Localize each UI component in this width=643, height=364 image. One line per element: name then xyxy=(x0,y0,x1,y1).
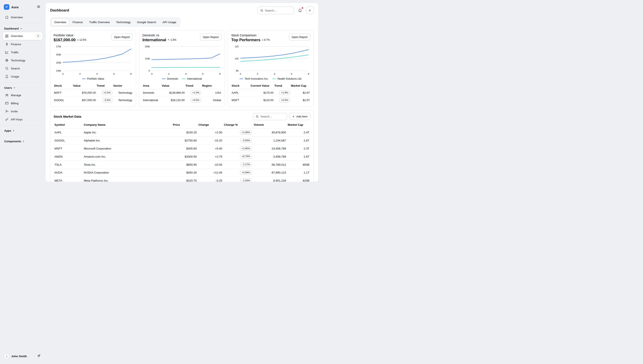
card-table-header: Value xyxy=(161,82,185,89)
open-report-button[interactable]: Open Report xyxy=(200,34,221,40)
table-cell: 820B xyxy=(287,177,310,182)
table-row: TSLATesla Inc.$850.90-10.50-1.17%56,789,… xyxy=(54,160,310,168)
card-table-row: GOOGL$37,000.00-0.5%Technology xyxy=(54,96,133,104)
tab-google-search[interactable]: Google Search xyxy=(134,19,159,26)
svg-text:160k: 160k xyxy=(56,53,61,56)
card-headline: $167,000.00 ▲ 12.5% xyxy=(54,38,86,42)
table-header: Price xyxy=(172,121,197,129)
trend-pill: +1.0% xyxy=(190,91,201,95)
card-value: International xyxy=(142,38,166,42)
card-table-cell: -0.5% xyxy=(96,96,113,104)
sidebar-section-components[interactable]: Components xyxy=(3,138,43,144)
overview-count-badge: 2 xyxy=(36,34,40,38)
divider xyxy=(3,125,42,126)
table-cell: $450.30 xyxy=(172,168,197,177)
table-cell: 45,678,900 xyxy=(253,128,287,136)
tab-technology[interactable]: Technology xyxy=(113,19,134,26)
table-cell: 850B xyxy=(287,160,310,168)
sidebar-item-label: Invite xyxy=(11,110,18,113)
legend-item: Portfolio Value xyxy=(82,77,104,80)
table-cell: 1.1T xyxy=(287,168,310,177)
open-report-button[interactable]: Open Report xyxy=(289,34,310,40)
card-table-header: Market Cap xyxy=(290,82,310,89)
tab-overview[interactable]: Overview xyxy=(51,19,69,26)
change-pct-pill: +0.79% xyxy=(240,154,252,159)
card-header: Stock Comparison Top Performers ▲ 8.7% O… xyxy=(231,34,310,42)
table-header: Company Name xyxy=(83,121,172,129)
sidebar-item-traffic[interactable]: Traffic xyxy=(3,48,43,56)
table-cell: 56,789,012 xyxy=(253,160,287,168)
portfolio-line-chart: 140k150k160k170k02468 xyxy=(54,44,133,76)
sidebar-item-finance[interactable]: Finance xyxy=(3,40,43,48)
table-cell: Meta Platforms Inc. xyxy=(83,177,172,182)
card-table-header: Trend xyxy=(96,82,113,89)
legend-swatch-icon xyxy=(182,78,186,79)
sidebar-item-label: Billing xyxy=(11,102,19,105)
card-header: Portfolio Value $167,000.00 ▲ 12.5% Open… xyxy=(54,34,133,42)
tab-finance[interactable]: Finance xyxy=(70,19,86,26)
table-cell: 3,456,789 xyxy=(253,152,287,160)
sidebar-item-search[interactable]: Search xyxy=(3,64,43,72)
sidebar-section-users[interactable]: Users xyxy=(3,84,43,91)
sidebar-section-apps[interactable]: Apps xyxy=(3,128,43,134)
sidebar-item-api-keys[interactable]: API Keys xyxy=(3,115,43,124)
legend-swatch-icon xyxy=(240,78,243,79)
add-item-button[interactable]: Add Item xyxy=(289,113,310,120)
svg-text:4: 4 xyxy=(96,73,98,75)
trend-arrow-icon: ▲ xyxy=(77,39,79,41)
sidebar-item-manage[interactable]: Manage xyxy=(3,91,43,99)
sidebar-item-billing[interactable]: Billing xyxy=(3,99,43,107)
table-cell: Alphabet Inc. xyxy=(83,136,172,144)
table-cell: -1.17% xyxy=(223,160,253,168)
brand-name: Aura xyxy=(11,5,19,9)
trend-pill: -0.5% xyxy=(102,98,112,102)
svg-text:2: 2 xyxy=(79,73,81,75)
user-plus-icon xyxy=(5,109,9,113)
card-table-header: Region xyxy=(201,82,221,89)
svg-text:100k: 100k xyxy=(145,57,150,60)
sidebar-item-technology[interactable]: Technology xyxy=(3,56,43,64)
search-input[interactable] xyxy=(265,9,292,12)
tab-traffic-overview[interactable]: Traffic Overview xyxy=(86,19,113,26)
card-table-header: Trend xyxy=(185,82,201,89)
trend-value: 12.5% xyxy=(79,38,86,42)
table-title: Stock Market Data xyxy=(54,115,81,118)
card-table-row: International$28,120.00+0.5%Global xyxy=(142,96,222,104)
table-cell: 8,901,234 xyxy=(253,177,287,182)
svg-text:8: 8 xyxy=(219,73,221,75)
sidebar-item-overview-top[interactable]: Overview xyxy=(3,13,43,21)
sidebar-collapse-button[interactable] xyxy=(36,4,42,10)
notification-dot xyxy=(302,7,303,9)
sidebar-item-invite[interactable]: Invite xyxy=(3,107,43,115)
table-search xyxy=(253,113,287,120)
notifications-button[interactable] xyxy=(297,7,303,14)
open-report-button[interactable]: Open Report xyxy=(111,34,132,40)
sidebar-section-dashboard[interactable]: Dashboard xyxy=(3,25,43,32)
search-icon xyxy=(5,66,9,70)
table-cell: $320.75 xyxy=(172,177,197,182)
change-pct-pill: -0.55% xyxy=(241,138,252,143)
table-cell: NVDA xyxy=(54,168,83,177)
legend-item: Health Solutions Ltd. xyxy=(272,77,302,80)
table-row: GOOGLAlphabet Inc.$2750.80-15.20-0.55%1,… xyxy=(54,136,310,144)
trend-arrow-icon: ▼ xyxy=(167,39,169,41)
svg-text:6: 6 xyxy=(291,73,292,75)
card-table: StockValueTrendSectorMSFT$78,000.00+2.0%… xyxy=(54,82,133,104)
divider xyxy=(3,136,42,136)
table-cell: -15.20 xyxy=(197,136,223,144)
card-table-header: Stock xyxy=(54,82,73,89)
table-search-input[interactable] xyxy=(261,115,285,118)
trend-pill: +1.8% xyxy=(279,91,290,95)
sidebar-item-usage[interactable]: Usage xyxy=(3,72,43,80)
tab-api-usage[interactable]: API Usage xyxy=(159,19,179,26)
chevron-down-icon xyxy=(20,27,23,30)
comparison-line-chart: 8010012002468 xyxy=(231,44,310,76)
svg-text:6: 6 xyxy=(202,73,203,75)
stock-comparison-card: Stock Comparison Top Performers ▲ 8.7% O… xyxy=(228,30,314,107)
card-title: Domestic vs xyxy=(142,34,176,37)
sidebar-item-dashboard-overview[interactable]: Overview 2 xyxy=(3,32,43,40)
add-button[interactable] xyxy=(306,6,314,14)
card-table-cell: AAPL xyxy=(231,89,250,97)
table-cell: 2.4T xyxy=(287,128,310,136)
svg-text:120: 120 xyxy=(235,45,239,48)
